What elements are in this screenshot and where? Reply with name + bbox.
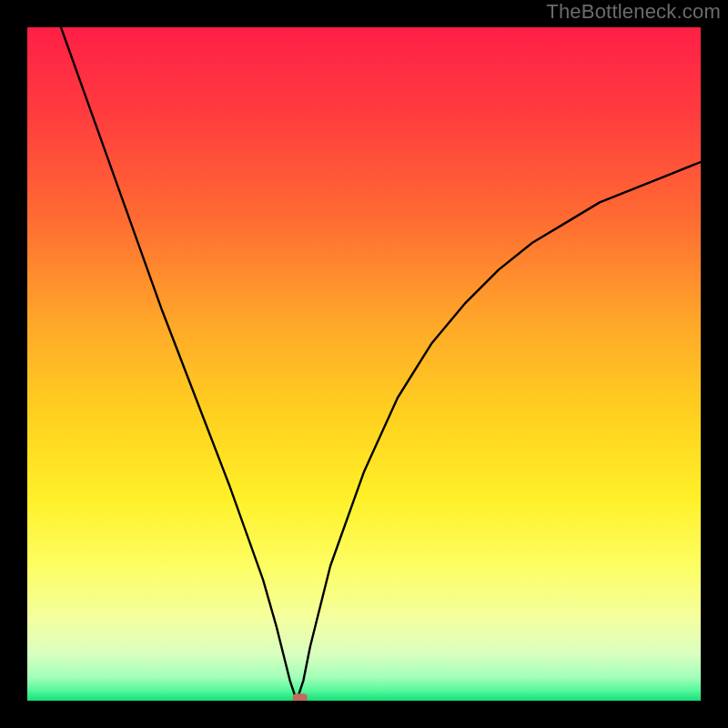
gradient-background [27, 27, 701, 701]
plot-area [27, 27, 701, 701]
chart-svg [27, 27, 701, 701]
watermark-text: TheBottleneck.com [546, 0, 721, 24]
chart-frame: TheBottleneck.com [0, 0, 728, 728]
minimum-marker [293, 693, 308, 701]
